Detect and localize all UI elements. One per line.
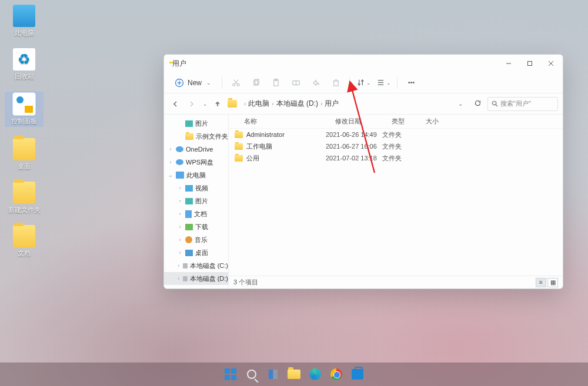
maximize-button[interactable] (519, 56, 540, 71)
expand-arrow-icon: › (177, 276, 181, 281)
nav-item[interactable]: ›音乐 (164, 233, 228, 246)
file-row[interactable]: Administrator2021-06-26 14:49文件夹 (229, 129, 563, 140)
thispc-icon (176, 172, 184, 179)
forward-button[interactable] (185, 100, 198, 108)
svg-point-24 (410, 82, 412, 83)
control-panel-icon (13, 93, 35, 115)
breadcrumb[interactable]: › 此电脑 › 本地磁盘 (D:) › 用户 (240, 99, 450, 109)
nav-item[interactable]: 图片 (164, 117, 228, 130)
column-type[interactable]: 类型 (392, 117, 426, 126)
paste-button[interactable] (267, 75, 285, 91)
breadcrumb-item[interactable]: 本地磁盘 (D:) (276, 99, 318, 109)
view-button[interactable]: ⌄ (375, 75, 392, 91)
search-icon (247, 370, 256, 379)
more-button[interactable] (402, 75, 420, 91)
back-button[interactable] (169, 100, 182, 108)
expand-arrow-icon: › (168, 146, 173, 152)
separator (222, 77, 222, 89)
delete-button[interactable] (327, 75, 345, 91)
video-icon (185, 185, 193, 192)
separator (349, 77, 350, 89)
start-button[interactable] (223, 367, 238, 382)
desktop-icon-folder-2[interactable]: 新建文件夹 (5, 182, 44, 214)
chevron-right-icon: › (320, 100, 322, 107)
share-button[interactable] (307, 75, 325, 91)
file-date: 2021-06-26 14:49 (326, 131, 382, 138)
history-chevron-icon[interactable]: ⌄ (203, 101, 208, 107)
search-input[interactable]: 搜索"用户" (487, 97, 558, 111)
expand-arrow-icon: ⌄ (168, 172, 173, 178)
nav-item[interactable]: ›本地磁盘 (D:) (164, 272, 228, 285)
pic-icon (185, 198, 193, 204)
folder-icon (235, 132, 243, 138)
desktop-icon-recycle-bin[interactable]: 回收站 (5, 48, 44, 81)
column-size[interactable]: 大小 (426, 117, 449, 126)
file-explorer-taskbar[interactable] (286, 367, 302, 382)
navigation-pane[interactable]: 图片示例文件夹›OneDrive›WPS网盘⌄此电脑›视频›图片›文档›下载›音… (164, 115, 229, 288)
chrome-taskbar[interactable] (329, 367, 344, 382)
folder-icon (235, 155, 243, 162)
desktop-icon-label: 控制面板 (5, 117, 44, 126)
cut-button[interactable] (227, 75, 245, 91)
doc-icon (185, 210, 192, 218)
file-row[interactable]: 公用2021-07-02 13:18文件夹 (229, 152, 563, 164)
copy-button[interactable] (247, 75, 265, 91)
nav-item[interactable]: 示例文件夹 (164, 130, 228, 143)
nav-item-label: 图片 (195, 197, 208, 206)
icons-view-button[interactable]: ▦ (547, 278, 558, 287)
nav-item[interactable]: ›WPS网盘 (164, 156, 228, 169)
desktop-icon-folder-3[interactable]: 文档 (5, 225, 44, 258)
desktop-icon-label: 桌面 (5, 162, 44, 171)
window-titlebar[interactable]: 用户 (164, 55, 563, 72)
new-button[interactable]: New ⌄ (169, 75, 217, 91)
rename-button[interactable] (287, 75, 305, 91)
nav-item[interactable]: ›文档 (164, 207, 228, 220)
column-name[interactable]: 名称 (244, 117, 335, 126)
nav-item[interactable]: ›下载 (164, 220, 228, 233)
disk-icon (183, 263, 188, 268)
nav-item[interactable]: ›OneDrive (164, 143, 228, 156)
close-button[interactable] (540, 56, 562, 71)
window-title: 用户 (172, 59, 186, 69)
pic-icon (185, 120, 193, 127)
nav-item-label: 图片 (195, 119, 208, 128)
nav-item[interactable]: ›图片 (164, 194, 228, 207)
edge-icon (309, 368, 321, 380)
desktop-icon-label: 此电脑 (5, 29, 44, 38)
desktop-icon-control-panel[interactable]: 控制面板 (5, 92, 44, 127)
edge-taskbar[interactable] (308, 367, 323, 382)
file-list[interactable]: Administrator2021-06-26 14:49文件夹工作电脑2021… (229, 129, 563, 276)
minimize-button[interactable] (498, 56, 519, 71)
expand-arrow-icon: › (177, 250, 183, 256)
store-taskbar[interactable] (350, 367, 365, 382)
breadcrumb-item[interactable]: 用户 (325, 99, 339, 109)
search-button[interactable] (244, 367, 259, 382)
desktop-icon-label: 新建文件夹 (5, 206, 44, 214)
sort-button[interactable]: ⌄ (355, 75, 372, 91)
status-bar: 3 个项目 ≡ ▦ (229, 276, 563, 288)
folder-icon (235, 143, 243, 150)
cloud-icon (176, 159, 183, 165)
column-headers[interactable]: 名称 修改日期 类型 大小 (229, 115, 563, 129)
column-date[interactable]: 修改日期 (335, 117, 392, 126)
refresh-button[interactable] (471, 99, 484, 109)
chevron-down-icon: ⌄ (386, 80, 391, 86)
desktop-icon-this-pc[interactable]: 此电脑 (5, 5, 44, 38)
chevron-down-icon[interactable]: ⌄ (453, 100, 467, 107)
file-row[interactable]: 工作电脑2021-06-27 16:06文件夹 (229, 140, 563, 152)
up-button[interactable] (211, 100, 224, 108)
expand-arrow-icon: › (177, 185, 183, 191)
nav-item[interactable]: ›桌面 (164, 246, 228, 259)
chevron-down-icon: ⌄ (366, 80, 371, 86)
nav-item[interactable]: ⌄此电脑 (164, 169, 228, 182)
desktop-icon-folder-1[interactable]: 桌面 (5, 138, 44, 171)
nav-item[interactable]: ›视频 (164, 182, 228, 194)
details-view-button[interactable]: ≡ (536, 278, 546, 287)
file-name: 工作电脑 (246, 142, 272, 151)
nav-item[interactable]: ›本地磁盘 (C:) (164, 259, 228, 272)
svg-point-25 (413, 82, 414, 83)
breadcrumb-item[interactable]: 此电脑 (248, 99, 269, 109)
nav-item[interactable]: ›系统 (E:) (164, 285, 228, 288)
taskbar[interactable] (0, 362, 588, 386)
task-view-button[interactable] (265, 367, 280, 382)
